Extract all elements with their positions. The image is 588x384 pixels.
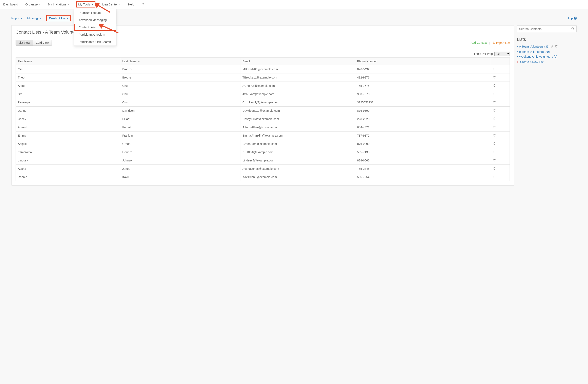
import-list-link[interactable]: Import List (492, 41, 510, 45)
delete-row-icon[interactable] (493, 109, 496, 112)
table-row[interactable]: EmmaFranklinEmma.Franklin@example.com787… (16, 132, 510, 140)
add-contact-label: Add Contact (471, 41, 487, 44)
delete-row-icon[interactable] (493, 84, 496, 87)
nav-my-invitations[interactable]: My Invitations (47, 1, 70, 8)
plus-icon: + (468, 41, 470, 44)
dropdown-premium-reports[interactable]: Premium Reports (74, 9, 116, 16)
contacts-table: First Name Last Name Email Phone Number … (16, 57, 510, 181)
sidebar-list-link[interactable]: Weekend Only Volunteers (0) (519, 55, 557, 58)
subtab-messages[interactable]: Messages (27, 16, 41, 20)
dropdown-participant-checkin[interactable]: Participant Check-In (74, 31, 116, 38)
bullet-icon: • (517, 50, 518, 53)
table-row[interactable]: JimChuJChu.AZ@example.com980-7878 (16, 90, 510, 98)
delete-row-icon[interactable] (493, 175, 496, 179)
table-row[interactable]: MiaBrandsMBrands09@example.com876-5432 (16, 65, 510, 73)
subtab-contact-lists[interactable]: Contact Lists (46, 15, 71, 21)
svg-point-0 (142, 3, 144, 5)
table-row[interactable]: AngelChuAChu.AZ@example.com765-7675 (16, 82, 510, 90)
cell-first-name: Darius (16, 107, 120, 115)
cell-last-name: Davidson (120, 107, 240, 115)
help-circle-icon: ? (574, 17, 577, 20)
table-row[interactable]: AhmedFarhatAFarhatFam@example.com654-432… (16, 123, 510, 132)
header-last-name[interactable]: Last Name (120, 58, 240, 65)
dropdown-contact-lists[interactable]: Contact Lists (74, 24, 116, 31)
delete-row-icon[interactable] (493, 67, 496, 71)
table-row[interactable]: RonnieKavilKavilClan9@example.com555-725… (16, 173, 510, 181)
help-label: Help (567, 16, 573, 20)
header-email[interactable]: Email (240, 58, 355, 65)
sidebar-list-item: •Weekend Only Volunteers (0) (517, 55, 577, 58)
delete-row-icon[interactable] (493, 117, 496, 120)
items-per-page-label: Items Per Page (474, 52, 494, 55)
cell-email: Davidsons12@example.com (240, 107, 355, 115)
sidebar-list-link[interactable]: A Team Volunteers (35) (519, 45, 549, 48)
table-row[interactable]: CaseyElliottCasey.Elliott@example.com223… (16, 115, 510, 123)
delete-row-icon[interactable] (493, 75, 496, 79)
card-view-button[interactable]: Card View (33, 40, 52, 45)
items-per-page-select[interactable]: 50 (494, 52, 510, 56)
cell-last-name: Chu (120, 82, 240, 90)
header-phone[interactable]: Phone Number (355, 58, 491, 65)
cell-phone: 876-9890 (355, 107, 491, 115)
header-first-name[interactable]: First Name (16, 58, 120, 65)
edit-list-icon[interactable] (551, 45, 554, 48)
cell-email: Casey.Elliott@example.com (240, 115, 355, 123)
cell-phone: 888-6666 (355, 156, 491, 165)
cell-email: AeshaJones@example.com (240, 165, 355, 173)
nav-idea-center[interactable]: Idea Center (101, 1, 122, 8)
help-link[interactable]: Help ? (567, 16, 577, 20)
cell-email: GreenFam@example.com (240, 140, 355, 148)
nav-label: My Tools (78, 3, 90, 6)
divider: | (489, 41, 490, 45)
nav-help[interactable]: Help (127, 1, 135, 8)
dropdown-participant-quick-search[interactable]: Participant Quick Search (74, 38, 116, 45)
delete-row-icon[interactable] (493, 150, 496, 154)
caret-down-icon (92, 4, 93, 5)
delete-list-icon[interactable] (555, 45, 558, 48)
header-last-label: Last Name (122, 60, 136, 63)
table-row[interactable]: AbigailGreenGreenFam@example.com876-9890 (16, 140, 510, 148)
delete-row-icon[interactable] (493, 134, 496, 137)
nav-dashboard[interactable]: Dashboard (2, 1, 19, 8)
delete-row-icon[interactable] (493, 100, 496, 104)
items-per-page: Items Per Page 50 (16, 52, 510, 56)
subtab-reports[interactable]: Reports (11, 16, 22, 20)
sidebar: Lists •A Team Volunteers (35)•B Team Vol… (514, 25, 577, 185)
sidebar-list-link[interactable]: B Team Volunteers (20) (519, 50, 549, 53)
table-row[interactable]: EsmeraldaHerreraEH1834@example.com555-71… (16, 148, 510, 156)
table-row[interactable]: AeshaJonesAeshaJones@example.com765-2345 (16, 165, 510, 173)
nav-search-icon[interactable] (141, 1, 146, 8)
import-icon (492, 41, 495, 44)
create-new-list[interactable]: + Create A New List (517, 60, 577, 64)
delete-row-icon[interactable] (493, 92, 496, 95)
delete-row-icon[interactable] (493, 167, 496, 170)
list-view-button[interactable]: List View (16, 40, 33, 45)
search-icon[interactable] (571, 27, 574, 31)
add-contact-link[interactable]: + Add Contact (468, 41, 487, 44)
cell-first-name: Angel (16, 82, 120, 90)
cell-email: TBrooks11@example.com (240, 73, 355, 82)
cell-phone: 980-7878 (355, 90, 491, 98)
delete-row-icon[interactable] (493, 125, 496, 129)
cell-last-name: Elliott (120, 115, 240, 123)
delete-row-icon[interactable] (493, 158, 496, 162)
search-contacts-input[interactable] (519, 27, 571, 31)
table-row[interactable]: PenelopeCruzCruzFamily5@example.com31255… (16, 98, 510, 107)
cell-email: AChu.AZ@example.com (240, 82, 355, 90)
cell-first-name: Emma (16, 132, 120, 140)
cell-phone: 765-2345 (355, 165, 491, 173)
top-nav: Dashboard Organize My Invitations My Too… (0, 0, 588, 9)
cell-last-name: Farhat (120, 123, 240, 132)
nav-label: My Invitations (48, 3, 66, 6)
table-row[interactable]: TheoBrooksTBrooks11@example.com432-9876 (16, 73, 510, 82)
cell-last-name: Johnson (120, 156, 240, 165)
dropdown-advanced-messaging[interactable]: Advanced Messaging (74, 16, 116, 24)
table-row[interactable]: LindseyJohnsonLindseyJ@example.com888-66… (16, 156, 510, 165)
table-row[interactable]: DariusDavidsonDavidsons12@example.com876… (16, 107, 510, 115)
cell-first-name: Casey (16, 115, 120, 123)
delete-row-icon[interactable] (493, 142, 496, 145)
nav-organize[interactable]: Organize (24, 1, 42, 8)
nav-my-tools[interactable]: My Tools (76, 1, 95, 7)
cell-last-name: Franklin (120, 132, 240, 140)
bullet-icon: • (517, 55, 518, 58)
